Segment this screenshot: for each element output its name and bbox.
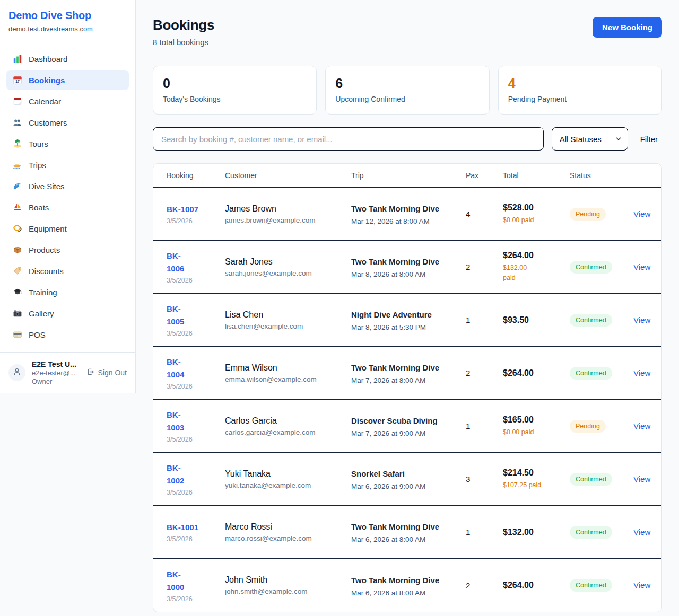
view-link[interactable]: View xyxy=(633,527,650,536)
total-amount: $214.50 xyxy=(503,468,563,478)
sidebar-item-label: Discounts xyxy=(29,267,64,276)
view-link[interactable]: View xyxy=(633,368,650,377)
table-row: BK- 1005 3/5/2026 Lisa Chen lisa.chen@ex… xyxy=(153,294,661,347)
booking-number-link[interactable]: BK- 1006 xyxy=(167,250,219,275)
booking-number-link[interactable]: BK- 1002 xyxy=(167,462,219,487)
wave-icon xyxy=(13,181,22,191)
status-badge: Confirmed xyxy=(570,261,612,274)
booking-cell: BK- 1000 3/5/2026 xyxy=(167,568,225,603)
filter-button[interactable]: Filter xyxy=(640,135,658,144)
stat-label: Upcoming Confirmed xyxy=(335,95,479,103)
sidebar-item-gallery[interactable]: Gallery xyxy=(6,303,129,323)
booking-number-link[interactable]: BK-1001 xyxy=(167,521,219,534)
sidebar-item-label: Products xyxy=(29,245,60,254)
status-cell: Confirmed xyxy=(570,261,633,274)
total-cell: $132.00 xyxy=(503,527,570,537)
trip-cell: Two Tank Morning Dive Mar 12, 2026 at 8:… xyxy=(351,203,466,225)
sidebar-item-dashboard[interactable]: Dashboard xyxy=(6,49,129,69)
customer-cell: John Smith john.smith@example.com xyxy=(225,575,351,595)
sidebar-item-calendar[interactable]: Calendar xyxy=(6,91,129,111)
view-link[interactable]: View xyxy=(633,209,650,218)
view-link[interactable]: View xyxy=(633,580,650,589)
sign-out-button[interactable]: Sign Out xyxy=(86,367,127,378)
page-header-text: Bookings 8 total bookings xyxy=(153,17,214,47)
col-header-booking: Booking xyxy=(167,171,225,180)
status-badge: Pending xyxy=(570,420,606,433)
sidebar-item-trips[interactable]: Trips xyxy=(6,155,129,175)
customer-name: Lisa Chen xyxy=(225,310,345,320)
customer-cell: Sarah Jones sarah.jones@example.com xyxy=(225,257,351,277)
customer-cell: Yuki Tanaka yuki.tanaka@example.com xyxy=(225,469,351,489)
sailboat-icon xyxy=(13,203,22,212)
status-cell: Confirmed xyxy=(570,526,633,539)
sidebar-item-customers[interactable]: Customers xyxy=(6,112,129,133)
customer-email: james.brown@example.com xyxy=(225,216,345,224)
table-row: BK-1007 3/5/2026 James Brown james.brown… xyxy=(153,188,661,241)
view-link[interactable]: View xyxy=(633,262,650,271)
sidebar-nav: Dashboard17BookingsCalendarCustomersTour… xyxy=(0,42,135,352)
page-title: Bookings xyxy=(153,17,214,33)
booking-cell: BK- 1002 3/5/2026 xyxy=(167,462,225,496)
trip-datetime: Mar 12, 2026 at 8:00 AM xyxy=(351,217,459,225)
sidebar-item-label: Calendar xyxy=(29,97,61,106)
customer-name: Carlos Garcia xyxy=(225,416,345,426)
calendar-date-icon: 17 xyxy=(13,75,22,85)
tag-icon xyxy=(13,266,22,276)
customer-name: John Smith xyxy=(225,575,345,585)
sidebar: Demo Dive Shop demo.test.divestreams.com… xyxy=(0,0,136,393)
pax-count: 1 xyxy=(466,527,503,536)
sidebar-item-label: Dashboard xyxy=(29,55,67,64)
actions-cell: View xyxy=(633,368,657,378)
sidebar-item-boats[interactable]: Boats xyxy=(6,197,129,217)
view-link[interactable]: View xyxy=(633,421,650,430)
island-icon xyxy=(13,139,22,148)
sidebar-item-pos[interactable]: POS xyxy=(6,324,129,345)
sidebar-item-equipment[interactable]: Equipment xyxy=(6,218,129,239)
booking-number-link[interactable]: BK-1007 xyxy=(167,203,219,216)
trip-cell: Discover Scuba Diving Mar 7, 2026 at 9:0… xyxy=(351,415,466,437)
trip-cell: Two Tank Morning Dive Mar 6, 2026 at 8:0… xyxy=(351,574,466,597)
booking-date: 3/5/2026 xyxy=(167,595,219,603)
pax-count: 2 xyxy=(466,581,503,590)
total-amount: $165.00 xyxy=(503,415,563,425)
paid-amount: $132.00 paid xyxy=(503,263,563,283)
customer-email: carlos.garcia@example.com xyxy=(225,428,345,436)
customer-name: Marco Rossi xyxy=(225,522,345,532)
customer-email: john.smith@example.com xyxy=(225,587,345,595)
trip-datetime: Mar 6, 2026 at 8:00 AM xyxy=(351,589,459,597)
customer-name: Sarah Jones xyxy=(225,257,345,267)
status-cell: Confirmed xyxy=(570,314,633,327)
sidebar-item-discounts[interactable]: Discounts xyxy=(6,261,129,281)
view-link[interactable]: View xyxy=(633,315,650,324)
booking-number-link[interactable]: BK- 1000 xyxy=(167,568,219,594)
sidebar-item-label: Boats xyxy=(29,203,49,212)
booking-number-link[interactable]: BK- 1005 xyxy=(167,303,219,328)
status-badge: Confirmed xyxy=(570,526,612,539)
view-link[interactable]: View xyxy=(633,474,650,483)
trip-datetime: Mar 6, 2026 at 8:00 AM xyxy=(351,535,459,543)
sidebar-item-tours[interactable]: Tours xyxy=(6,134,129,154)
logout-icon xyxy=(86,367,95,378)
sidebar-item-training[interactable]: Training xyxy=(6,282,129,302)
booking-date: 3/5/2026 xyxy=(167,217,219,225)
main-content: Bookings 8 total bookings New Booking 0T… xyxy=(136,0,679,616)
status-cell: Pending xyxy=(570,208,633,221)
paid-amount: $0.00 paid xyxy=(503,215,563,225)
new-booking-button[interactable]: New Booking xyxy=(593,17,662,38)
trip-datetime: Mar 8, 2026 at 8:00 AM xyxy=(351,270,459,278)
booking-number-link[interactable]: BK- 1004 xyxy=(167,356,219,381)
customer-cell: Carlos Garcia carlos.garcia@example.com xyxy=(225,416,351,436)
status-cell: Pending xyxy=(570,420,633,433)
search-input[interactable] xyxy=(153,127,544,151)
actions-cell: View xyxy=(633,527,657,537)
status-filter-select[interactable]: All Statuses xyxy=(552,127,628,151)
customer-email: lisa.chen@example.com xyxy=(225,322,345,330)
sidebar-item-bookings[interactable]: 17Bookings xyxy=(6,70,129,90)
shop-domain: demo.test.divestreams.com xyxy=(8,25,127,33)
stat-value: 0 xyxy=(163,76,307,91)
booking-number-link[interactable]: BK- 1003 xyxy=(167,409,219,434)
sidebar-item-dive-sites[interactable]: Dive Sites xyxy=(6,176,129,196)
sidebar-item-products[interactable]: Products xyxy=(6,240,129,260)
booking-date: 3/5/2026 xyxy=(167,489,219,496)
tear-calendar-icon xyxy=(13,96,22,106)
